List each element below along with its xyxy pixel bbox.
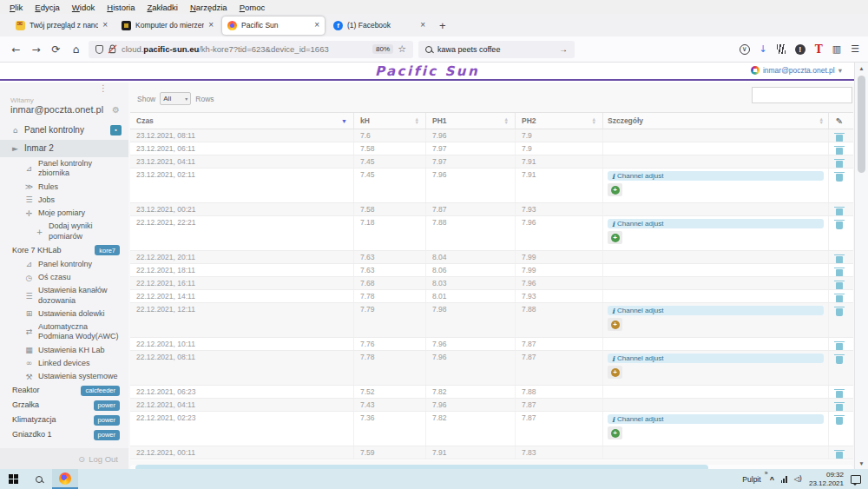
vertical-scrollbar[interactable]: ▲ ▼ (854, 63, 868, 469)
tab-close-icon[interactable]: × (102, 21, 108, 30)
delete-trash-icon[interactable] (836, 148, 843, 155)
taskbar-search-button[interactable] (26, 469, 52, 489)
rows-per-page-select[interactable]: All ▾ (160, 92, 191, 105)
sidebar-item-moje-pomiary[interactable]: ✛Moje pomiary (0, 207, 128, 220)
channel-adjust-button[interactable]: iChannel adjust (608, 219, 824, 228)
channel-adjust-button[interactable]: iChannel adjust (608, 414, 824, 424)
channel-adjust-button[interactable]: iChannel adjust (608, 171, 824, 181)
library-icon[interactable] (777, 44, 786, 54)
sidebar-item-panel-kontrolny[interactable]: ⊿Panel kontrolny (0, 258, 128, 271)
menu-plik[interactable]: Plik (3, 1, 29, 14)
delete-trash-icon[interactable] (836, 295, 843, 302)
delete-trash-icon[interactable] (836, 343, 843, 350)
lock-disabled-icon[interactable] (108, 44, 117, 54)
sidebar-item-rules[interactable]: ≫Rules (0, 181, 128, 194)
gear-icon[interactable]: ⚙ (112, 105, 120, 115)
delete-trash-icon[interactable] (836, 221, 843, 229)
delete-trash-icon[interactable] (836, 161, 843, 168)
column-header-ph1[interactable]: PH1▲▼ (426, 113, 516, 129)
hamburger-menu-icon[interactable]: ☰ (851, 43, 859, 55)
sidebar-item-klimatyzacja[interactable]: Klimatyzacjapower (0, 413, 128, 427)
sidebar-item-kore-7-khlab[interactable]: Kore 7 KHLabkore7 (0, 243, 128, 258)
tracking-shield-icon[interactable] (95, 45, 103, 54)
scroll-down-arrow[interactable]: ▼ (855, 458, 868, 469)
delete-trash-icon[interactable] (836, 452, 843, 459)
account-menu[interactable]: inmar@poczta.onet.pl ▾ (751, 66, 842, 75)
t-extension-icon[interactable]: T (815, 43, 823, 56)
browser-tab-tw-j-przegl-d-z-nano-reef-pl-p[interactable]: Twój przegląd z nano-reef.pl - P× (10, 17, 113, 35)
speaker-icon[interactable]: ◁) (794, 475, 802, 483)
reload-button[interactable]: ⟳ (49, 43, 63, 56)
show-hidden-icons-button[interactable]: ^ (770, 475, 774, 484)
menu-historia[interactable]: Historia (101, 1, 141, 14)
delete-trash-icon[interactable] (836, 391, 843, 398)
bookmark-star-icon[interactable]: ☆ (398, 43, 406, 55)
sidebar-item-ustawienia-kh-lab[interactable]: ▦Ustawienia KH Lab (0, 344, 128, 357)
tab-close-icon[interactable]: × (208, 21, 214, 30)
pocket-icon[interactable]: ∨ (740, 44, 750, 55)
channel-adjust-button[interactable]: iChannel adjust (608, 354, 824, 363)
home-button[interactable]: ⌂ (69, 43, 83, 56)
sidebar-item-reaktor[interactable]: Reaktorcalcfeeder (0, 383, 128, 398)
forward-button[interactable]: → (29, 43, 43, 56)
search-go-icon[interactable]: → (559, 44, 568, 54)
column-header-szczeg-y[interactable]: Szczegóły▲▼ (603, 113, 829, 129)
scroll-up-arrow[interactable]: ▲ (855, 63, 868, 74)
network-icon[interactable] (781, 476, 787, 483)
sidebar-item-ustawienia-dolewki[interactable]: ⊞Ustawienia dolewki (0, 307, 128, 320)
channel-adjust-status-button[interactable]: + (608, 366, 622, 379)
channel-adjust-button[interactable]: iChannel adjust (608, 306, 824, 315)
url-bar[interactable]: cloud.pacific-sun.eu/kh-kore7?tid=623&de… (89, 41, 413, 58)
taskbar-firefox-button[interactable] (52, 469, 78, 489)
delete-trash-icon[interactable] (836, 308, 843, 316)
new-tab-button[interactable]: + (439, 19, 446, 32)
column-header-kh[interactable]: kH▲▼ (354, 113, 426, 129)
action-center-icon[interactable] (851, 475, 861, 484)
sidebar-item-dodaj-wyniki-pomiar-w[interactable]: +Dodaj wyniki pomiarów (0, 220, 128, 243)
extension-alert-icon[interactable]: ! (795, 44, 806, 55)
browser-tab-1-facebook[interactable]: (1) Facebook× (328, 17, 431, 35)
browser-search-input[interactable] (437, 45, 554, 54)
sidebar-item-linked-devices[interactable]: ∞Linked devices (0, 357, 128, 370)
browser-tab-komputer-do-mierzenia-kh-i-do[interactable]: Komputer do mierzenia KH i do× (116, 17, 219, 35)
delete-trash-icon[interactable] (836, 208, 843, 215)
tampermonkey-icon[interactable]: ▥ (832, 43, 841, 55)
sidebar-item-o-czasu[interactable]: ◷Oś czasu (0, 271, 128, 284)
delete-trash-icon[interactable] (836, 417, 843, 425)
back-button[interactable]: ← (9, 43, 23, 56)
delete-trash-icon[interactable] (836, 404, 843, 411)
delete-trash-icon[interactable] (836, 135, 843, 142)
delete-trash-icon[interactable] (836, 269, 843, 276)
sidebar-menu-dots-icon[interactable]: ⋮ (0, 83, 128, 93)
delete-trash-icon[interactable] (836, 356, 843, 364)
menu-edycja[interactable]: Edycja (29, 1, 66, 14)
sidebar-item-panel-kontrolny[interactable]: ⌂Panel kontrolny▪ (0, 122, 128, 140)
menu-pomoc[interactable]: Pomoc (233, 1, 272, 14)
delete-trash-icon[interactable] (836, 282, 843, 289)
delete-trash-icon[interactable] (836, 256, 843, 263)
browser-tab-pacific-sun[interactable]: Pacific Sun× (222, 17, 325, 35)
sidebar-item-ustawienia-kana-w-dozowania[interactable]: ☰Ustawienia kanałów dozowania (0, 284, 128, 307)
sidebar-item-inmar-2[interactable]: ►Inmar 2 (0, 140, 128, 158)
sidebar-item-gniazdko-1[interactable]: Gniazdko 1power (0, 427, 128, 442)
channel-adjust-status-button[interactable]: + (608, 318, 622, 331)
sidebar-item-automatyczna-podmiana-wody-awc[interactable]: ⇄Automatyczna Podmiana Wody(AWC) (0, 320, 128, 344)
desktop-toolbar[interactable]: Pulpit » (742, 475, 762, 484)
downloads-icon[interactable]: ↓ (760, 43, 767, 55)
taskbar-clock[interactable]: 09:32 23.12.2021 (809, 471, 844, 488)
tab-close-icon[interactable]: × (420, 21, 425, 30)
column-header-czas[interactable]: Czas▼ (130, 113, 354, 129)
browser-search-bar[interactable]: → (418, 41, 575, 58)
delete-trash-icon[interactable] (836, 174, 843, 182)
sidebar-item-jobs[interactable]: ☰Jobs (0, 194, 128, 207)
sidebar-item-panel-kontrolny-zbiornika[interactable]: ⊿Panel kontrolny zbiornika (0, 157, 128, 181)
table-filter-input[interactable] (752, 87, 852, 103)
sidebar-item-ustawienia-systemowe[interactable]: ⚒Ustawienia systemowe (0, 370, 128, 383)
channel-adjust-status-button[interactable]: + (608, 231, 622, 244)
zoom-level-badge[interactable]: 80% (372, 44, 393, 54)
logout-button[interactable]: Log Out (89, 454, 118, 464)
menu-zak-adki[interactable]: Zakładki (141, 1, 183, 14)
start-button[interactable] (0, 469, 26, 489)
channel-adjust-status-button[interactable]: + (608, 426, 622, 439)
tab-close-icon[interactable]: × (314, 21, 319, 30)
